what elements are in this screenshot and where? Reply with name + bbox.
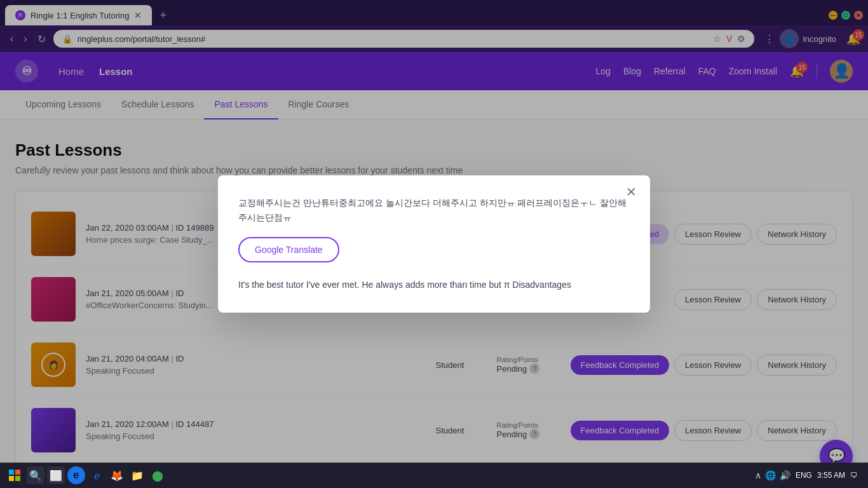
svg-rect-5 — [15, 476, 20, 481]
modal-dialog: ✕ 교정해주시는건 만난튜터중최고에요 놀시간보다 더해주시고 하지만ㅠ 패러프… — [218, 175, 650, 312]
taskbar-lang: ENG — [796, 471, 812, 480]
taskbar-search-icon[interactable]: 🔍 — [27, 466, 44, 484]
google-translate-button[interactable]: Google Translate — [238, 237, 339, 262]
taskbar-chrome-icon[interactable]: ⬤ — [149, 466, 166, 484]
modal-overlay[interactable]: ✕ 교정해주시는건 만난튜터중최고에요 놀시간보다 더해주시고 하지만ㅠ 패러프… — [0, 0, 868, 488]
taskbar-system-icons: ∧ 🌐 🔊 — [755, 470, 790, 480]
modal-close-button[interactable]: ✕ — [622, 183, 640, 201]
svg-rect-2 — [9, 470, 14, 475]
taskbar-firefox-icon[interactable]: 🦊 — [108, 466, 126, 484]
taskbar-folder-icon[interactable]: 📁 — [128, 466, 146, 484]
taskbar-right: ∧ 🌐 🔊 ENG 3:55 AM 🗨 — [755, 470, 863, 480]
taskbar-time: 3:55 AM — [817, 471, 845, 480]
taskbar-task-view-icon[interactable]: ⬜ — [47, 466, 65, 484]
taskbar-ie-icon[interactable]: ℯ — [88, 466, 105, 484]
taskbar-network-icon[interactable]: 🌐 — [765, 470, 776, 480]
taskbar-edge-icon[interactable]: e — [67, 466, 85, 484]
taskbar-chevron-icon[interactable]: ∧ — [755, 470, 761, 480]
taskbar-notification-icon[interactable]: 🗨 — [850, 471, 858, 480]
taskbar: 🔍 ⬜ e ℯ 🦊 📁 ⬤ ∧ 🌐 🔊 ENG 3:55 AM 🗨 — [0, 463, 868, 488]
svg-rect-4 — [9, 476, 14, 481]
svg-rect-3 — [15, 470, 20, 475]
taskbar-start-button[interactable] — [5, 466, 24, 485]
taskbar-volume-icon[interactable]: 🔊 — [780, 470, 790, 480]
modal-english-text: It's the best tutor I've ever met. He al… — [238, 278, 630, 292]
modal-korean-text: 교정해주시는건 만난튜터중최고에요 놀시간보다 더해주시고 하지만ㅠ 패러프레이… — [238, 196, 630, 224]
